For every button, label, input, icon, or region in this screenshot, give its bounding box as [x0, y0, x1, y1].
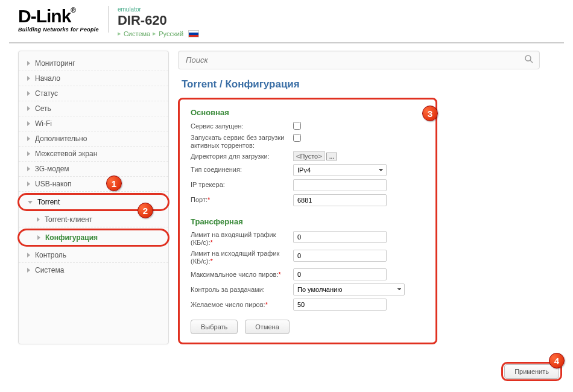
chevron-right-icon: [27, 253, 30, 258]
svg-line-1: [530, 60, 533, 63]
search-bar: [178, 51, 564, 69]
sidebar-item-network[interactable]: Сеть: [19, 101, 168, 116]
select-seed-ctrl[interactable]: По умолчанию: [293, 283, 405, 296]
crumb-system[interactable]: Система: [124, 30, 150, 37]
chevron-right-icon: [27, 151, 30, 156]
select-conn-type[interactable]: IPv4: [293, 164, 387, 176]
model-name: DIR-620: [118, 13, 199, 28]
flag-russia-icon: [188, 30, 199, 37]
label-limit-out: Лимит на исходящий трафик (КБ/с):*: [191, 250, 293, 265]
header-right: emulator DIR-620 ▸ Система ▸ Русский: [109, 6, 199, 37]
sidebar: Мониторинг Начало Статус Сеть Wi-Fi Допо…: [18, 51, 169, 344]
brand-logo: D-Link® Building Networks for People: [18, 6, 109, 33]
sidebar-item-wifi[interactable]: Wi-Fi: [19, 116, 168, 131]
input-tracker-ip[interactable]: [293, 179, 387, 191]
chevron-right-icon: [27, 182, 30, 186]
annotation-badge-2: 2: [138, 203, 153, 218]
select-button[interactable]: Выбрать: [191, 320, 238, 334]
label-port: Порт:*: [191, 196, 293, 204]
config-panel: Основная Сервис запущен: Запускать серви…: [178, 98, 437, 344]
chevron-down-icon: [28, 201, 33, 204]
sidebar-item-torrent-config[interactable]: Конфигурация: [19, 230, 168, 245]
input-limit-out[interactable]: [293, 250, 387, 262]
crumb-language[interactable]: Русский: [159, 30, 183, 37]
section-main-header: Основная: [191, 108, 425, 117]
download-dir-value: <Пусто>: [293, 151, 325, 161]
sidebar-item-3gmodem[interactable]: 3G-модем: [19, 162, 168, 177]
chevron-right-icon: [37, 235, 40, 240]
chevron-right-icon: ▸: [118, 30, 121, 37]
emulator-label: emulator: [118, 6, 199, 13]
header-breadcrumbs: ▸ Система ▸ Русский: [118, 30, 199, 37]
label-limit-in: Лимит на входящий трафик (КБ/с):*: [191, 231, 293, 247]
sidebar-item-start[interactable]: Начало: [19, 71, 168, 86]
chevron-right-icon: [27, 268, 30, 273]
sidebar-item-monitoring[interactable]: Мониторинг: [19, 56, 168, 71]
annotation-badge-1: 1: [106, 175, 122, 191]
sidebar-item-system[interactable]: Система: [19, 263, 168, 277]
brand-tagline: Building Networks for People: [18, 27, 99, 33]
label-conn-type: Тип соединения:: [191, 166, 293, 174]
header: D-Link® Building Networks for People emu…: [0, 0, 573, 42]
chevron-right-icon: ▸: [153, 30, 156, 37]
label-start-noactive: Запускать сервис без загрузки активных т…: [191, 134, 293, 150]
sidebar-item-control[interactable]: Контроль: [19, 248, 168, 263]
search-icon[interactable]: [524, 54, 534, 64]
chevron-right-icon: [37, 217, 40, 222]
browse-dir-button[interactable]: ...: [326, 153, 337, 160]
sidebar-item-status[interactable]: Статус: [19, 86, 168, 101]
brand-name: D-Link®: [18, 6, 99, 27]
sidebar-item-usb[interactable]: USB-накоп: [19, 177, 168, 192]
label-seed-ctrl: Контроль за раздачами:: [191, 286, 293, 294]
section-transfer-header: Трансферная: [191, 217, 425, 226]
page-title: Torrent / Конфигурация: [182, 78, 564, 90]
input-port[interactable]: [293, 194, 387, 206]
chevron-right-icon: [27, 136, 30, 141]
search-input[interactable]: [178, 51, 540, 69]
chevron-right-icon: [27, 121, 30, 126]
label-desired-peers: Желаемое число пиров:*: [191, 301, 293, 309]
input-max-peers[interactable]: [293, 268, 387, 280]
main-content: Torrent / Конфигурация Основная Сервис з…: [178, 51, 564, 344]
sidebar-item-advanced[interactable]: Дополнительно: [19, 131, 168, 147]
annotation-badge-3: 3: [422, 106, 438, 121]
highlight-configuration: Конфигурация: [17, 229, 169, 247]
cancel-button[interactable]: Отмена: [245, 320, 289, 334]
annotation-badge-4: 4: [549, 353, 565, 368]
label-download-dir: Директория для загрузки:: [191, 153, 293, 160]
chevron-right-icon: [27, 91, 30, 96]
input-limit-in[interactable]: [293, 231, 387, 243]
label-service-running: Сервис запущен:: [191, 122, 293, 130]
label-tracker-ip: IP трекера:: [191, 181, 293, 189]
svg-point-0: [525, 55, 531, 61]
chevron-right-icon: [27, 61, 30, 66]
chevron-right-icon: [27, 76, 30, 81]
sidebar-item-firewall[interactable]: Межсетевой экран: [19, 147, 168, 162]
checkbox-start-noactive[interactable]: [293, 134, 301, 142]
chevron-right-icon: [27, 166, 30, 171]
checkbox-service-running[interactable]: [293, 122, 301, 130]
chevron-right-icon: [27, 106, 30, 111]
input-desired-peers[interactable]: [293, 299, 387, 311]
label-max-peers: Максимальное число пиров:*: [191, 271, 293, 279]
